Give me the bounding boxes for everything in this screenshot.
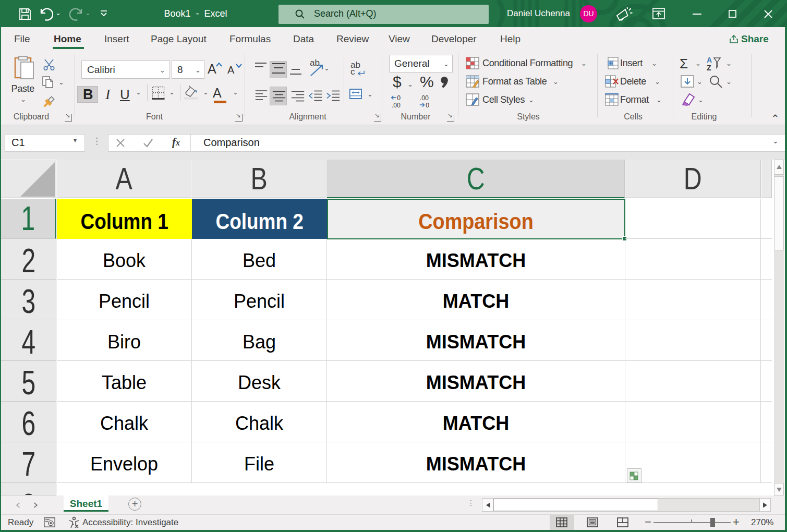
svg-text:Z: Z: [707, 64, 711, 71]
svg-text:.00: .00: [420, 94, 429, 102]
svg-text:0: 0: [426, 102, 429, 109]
svg-text:A: A: [707, 56, 712, 64]
svg-text:0: 0: [397, 94, 401, 102]
svg-text:.00: .00: [392, 102, 401, 109]
